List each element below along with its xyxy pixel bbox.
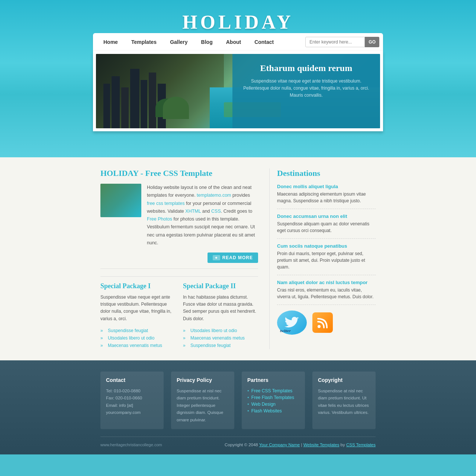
dest-3-title[interactable]: Cum sociis natoque penatibus [277, 243, 376, 249]
footer-contact-title: Contact [106, 377, 158, 383]
destinations-title: Destinations [277, 168, 376, 178]
nav-home[interactable]: Home [97, 34, 125, 50]
nav-blog[interactable]: Blog [194, 34, 219, 50]
css-link[interactable]: CSS [211, 209, 221, 214]
twitter-icon[interactable]: twitter [277, 311, 307, 335]
list-item: Web Design [247, 401, 299, 408]
partner-link-1[interactable]: Free CSS Templates [251, 388, 293, 393]
dest-2-text: Suspendisse aliquam quam ac dolor venena… [277, 221, 376, 234]
about-content: Holiday website layout is one of the cle… [100, 184, 258, 247]
footer-copyright-text: Suspendisse at nisl nec diam pretium tin… [318, 387, 370, 416]
footer-cols: Contact Tel: 010-020-0880 Fax: 020-010-0… [100, 372, 376, 430]
read-more-label: READ MORE [222, 255, 253, 260]
search-area: GO [305, 37, 383, 47]
main-content: HOLIDAY - Free CSS Template Holiday webs… [0, 157, 476, 360]
package-1-title: Special Package I [100, 282, 176, 290]
destination-1: Donec mollis aliquet ligula Maecenas adi… [277, 184, 376, 209]
hero-heading: Etharum quidem rerum [240, 63, 373, 73]
destination-4: Nam aliquet dolor ac nisl luctus tempor … [277, 280, 376, 305]
partner-link-3[interactable]: Web Design [251, 402, 276, 407]
footer-css-templates-link[interactable]: CSS Templates [346, 443, 376, 447]
dest-4-title[interactable]: Nam aliquet dolor ac nisl luctus tempor [277, 280, 376, 285]
rss-icon[interactable] [312, 312, 333, 333]
nav-links: Home Templates Gallery Blog About Contac… [93, 34, 305, 50]
read-more-icon: ✦ [213, 255, 220, 260]
site-title-area: HOLIDAY [93, 11, 383, 33]
footer-partners-title: Partners [247, 377, 299, 383]
footer-website-templates-link[interactable]: Website Templates [303, 443, 340, 447]
nav-templates[interactable]: Templates [125, 34, 163, 50]
footer-contact-text: Tel: 010-020-0880 Fax: 020-010-0660 Emai… [106, 387, 158, 416]
footer-email: Email: info [at] yourcompany.com [106, 402, 158, 416]
footer-copyright-title: Copyright [318, 377, 370, 383]
footer-fax: Fax: 020-010-0660 [106, 395, 158, 402]
package-1: Special Package I Suspendisse vitae nequ… [100, 282, 176, 349]
site-title: HOLIDAY [93, 11, 383, 33]
list-item: Flash Websites [247, 408, 299, 414]
hero-section: HOLIDAY Home Templates Gallery Blog Abou… [0, 0, 476, 157]
footer-copyright-year: Copyright © 2048 [225, 443, 258, 447]
search-button[interactable]: GO [365, 37, 379, 47]
dest-1-title[interactable]: Donec mollis aliquet ligula [277, 184, 376, 189]
hero-image: Etharum quidem rerum Suspendisse vitae n… [96, 54, 380, 128]
svg-point-0 [318, 325, 321, 328]
left-column: HOLIDAY - Free CSS Template Holiday webs… [100, 168, 258, 349]
footer-privacy-title: Privacy Policy [177, 377, 229, 383]
list-item: Utsodales libero ut odio [100, 334, 176, 342]
footer-bottom-right: Copyright © 2048 Your Company Name | Web… [225, 443, 376, 447]
read-more-button[interactable]: ✦ READ MORE [208, 253, 258, 263]
free-css-link[interactable]: free css templates [147, 201, 184, 206]
hero-wrapper: Etharum quidem rerum Suspendisse vitae n… [93, 51, 383, 131]
section-divider [100, 268, 258, 269]
footer-company-link[interactable]: Your Company Name [259, 443, 300, 447]
dest-2-title[interactable]: Donec accumsan urna non elit [277, 213, 376, 219]
twitter-bird-svg [284, 316, 299, 329]
right-column: Destinations Donec mollis aliquet ligula… [269, 168, 376, 349]
content-wrapper: HOLIDAY - Free CSS Template Holiday webs… [93, 168, 383, 349]
nav-gallery[interactable]: Gallery [163, 34, 194, 50]
dest-3-text: Proin dui mauris, tempor eget, pulvinar … [277, 250, 376, 270]
partner-link-2[interactable]: Free Flash Templates [251, 395, 294, 400]
search-input[interactable] [305, 37, 365, 47]
footer-privacy-text: Suspendisse at nisl nec diam pretium tin… [177, 387, 229, 424]
footer-content: Contact Tel: 010-020-0880 Fax: 020-010-0… [93, 372, 383, 447]
destination-3: Cum sociis natoque penatibus Proin dui m… [277, 243, 376, 275]
dest-1-text: Maecenas adipiscing elementum ipsum vita… [277, 191, 376, 204]
footer-separator: | [301, 443, 302, 447]
free-photos-link[interactable]: Free Photos [147, 216, 172, 222]
nav-contact[interactable]: Contact [248, 34, 280, 50]
package-2: Special Package II In hac habitasse plat… [183, 282, 258, 349]
footer-tel: Tel: 010-020-0880 [106, 387, 158, 395]
footer-partners-list: Free CSS Templates Free Flash Templates … [247, 387, 299, 414]
destination-2: Donec accumsan urna non elit Suspendisse… [277, 213, 376, 239]
about-title: HOLIDAY - Free CSS Template [100, 168, 258, 178]
twitter-label: twitter [280, 328, 291, 333]
package-2-text: In hac habitasse platea dictumst. Fusce … [183, 294, 258, 322]
package-1-list: Suspendisse feugiat Utsodales libero ut … [100, 327, 176, 349]
templatemo-link[interactable]: templatemo.com [197, 193, 231, 198]
package-1-text: Suspendisse vitae neque eget ante tristi… [100, 294, 176, 322]
list-item: Suspendisse feugiat [183, 342, 258, 349]
footer-copyright-col: Copyright Suspendisse at nisl nec diam p… [312, 372, 376, 430]
list-item: Utsodales libero ut odio [183, 327, 258, 334]
package-2-title: Special Package II [183, 282, 258, 290]
footer-privacy: Privacy Policy Suspendisse at nisl nec d… [171, 372, 234, 430]
footer-bottom: www.heritagechristiancollege.com Copyrig… [100, 437, 376, 447]
footer-contact: Contact Tel: 010-020-0880 Fax: 020-010-0… [100, 372, 164, 430]
hero-text-overlay: Etharum quidem rerum Suspendisse vitae n… [232, 54, 380, 128]
list-item: Maecenas venenatis metus [183, 334, 258, 342]
footer-site-url: www.heritagechristiancollege.com [100, 443, 162, 447]
footer-by: by [341, 443, 345, 447]
list-item: Suspendisse feugiat [100, 327, 176, 334]
package-2-list: Utsodales libero ut odio Maecenas venena… [183, 327, 258, 349]
rss-svg [317, 317, 328, 328]
footer: Contact Tel: 010-020-0880 Fax: 020-010-0… [0, 360, 476, 455]
about-image [100, 184, 141, 217]
nav-about[interactable]: About [219, 34, 248, 50]
xhtml-link[interactable]: XHTML [185, 209, 201, 214]
partner-link-4[interactable]: Flash Websites [251, 408, 282, 414]
hero-text: Suspendisse vitae neque eget ante tristi… [240, 78, 373, 99]
list-item: Maecenas venenatis metus [100, 342, 176, 349]
about-text: Holiday website layout is one of the cle… [147, 184, 258, 247]
list-item: Free Flash Templates [247, 394, 299, 401]
